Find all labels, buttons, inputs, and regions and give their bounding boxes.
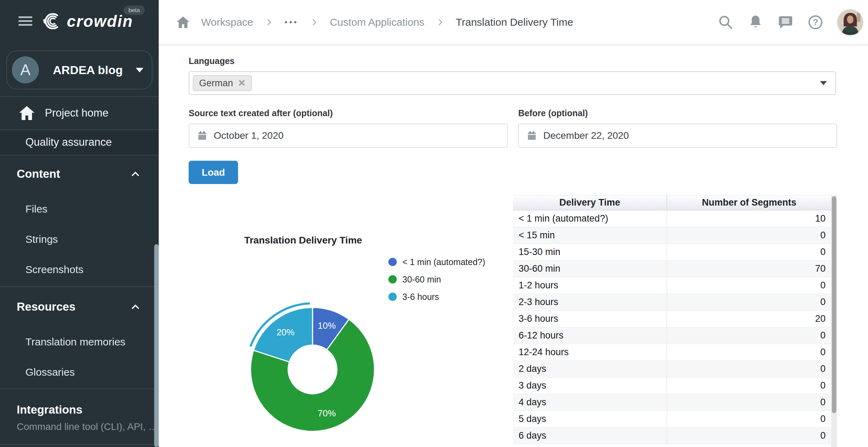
- sidebar-section-resources[interactable]: Resources: [0, 297, 159, 316]
- sidebar-section-integrations[interactable]: Integrations: [0, 400, 159, 419]
- cell-delivery-time: 2 days: [513, 361, 667, 377]
- calendar-icon: [197, 130, 207, 141]
- calendar-icon: [527, 130, 537, 141]
- table-scrollbar: [831, 195, 837, 447]
- legend-item-1-min-automated[interactable]: < 1 min (automated?): [388, 256, 486, 268]
- after-date-value: October 1, 2020: [214, 130, 284, 141]
- chevron-right-icon: [310, 18, 319, 27]
- table-scrollbar-thumb[interactable]: [832, 196, 836, 413]
- project-name: ARDEA blog: [53, 63, 136, 77]
- help-icon[interactable]: ?: [807, 14, 823, 30]
- crowdin-logo[interactable]: crowdin: [42, 12, 133, 31]
- before-date-label: Before (optional): [518, 108, 588, 118]
- chevron-right-icon: [436, 18, 445, 27]
- table-row: < 1 min (automated?)10: [513, 210, 831, 227]
- cell-number-of-segments: 0: [667, 244, 831, 260]
- table-row: 1-2 hours0: [513, 277, 831, 294]
- sidebar-item-strings[interactable]: Strings: [0, 230, 159, 248]
- cell-number-of-segments: 0: [667, 294, 831, 310]
- cell-number-of-segments: 0: [667, 344, 831, 360]
- languages-select[interactable]: German ✕: [189, 71, 836, 95]
- donut-chart: 10%70%20%: [239, 296, 386, 443]
- divider: [0, 286, 159, 287]
- sidebar: crowdin beta A ARDEA blog Project home Q…: [0, 0, 159, 447]
- divider: [0, 389, 159, 389]
- divider: [0, 155, 159, 155]
- legend-dot-icon: [388, 258, 397, 266]
- cell-delivery-time: < 15 min: [513, 227, 667, 244]
- sidebar-item-translation-memories[interactable]: Translation memories: [0, 333, 159, 351]
- sidebar-section-content[interactable]: Content: [0, 165, 159, 183]
- cell-number-of-segments: 0: [667, 277, 831, 294]
- svg-text:?: ?: [813, 17, 818, 27]
- legend-label: < 1 min (automated?): [402, 256, 485, 268]
- after-date-input[interactable]: October 1, 2020: [189, 123, 508, 148]
- cell-delivery-time: 30-60 min: [513, 261, 667, 277]
- legend-item-3-6-hours[interactable]: 3-6 hours: [388, 291, 486, 302]
- table-header: Delivery Time Number of Segments: [513, 195, 831, 210]
- beta-badge: beta: [124, 6, 145, 15]
- sidebar-item-files[interactable]: Files: [0, 200, 159, 218]
- legend-dot-icon: [388, 275, 397, 284]
- main-content: Languages German ✕ Source text created a…: [159, 45, 868, 447]
- table-row: < 15 min0: [513, 227, 831, 244]
- before-date-value: December 22, 2020: [543, 130, 629, 141]
- notifications-bell-icon[interactable]: [748, 14, 764, 30]
- breadcrumb-custom-applications[interactable]: Custom Applications: [330, 16, 425, 28]
- topbar: Workspace ••• Custom Applications Transl…: [159, 0, 868, 45]
- cell-delivery-time: 6-12 hours: [513, 327, 667, 344]
- project-selector[interactable]: A ARDEA blog: [6, 50, 152, 89]
- menu-icon[interactable]: [18, 16, 32, 28]
- sidebar-item-glossaries[interactable]: Glossaries: [0, 363, 159, 381]
- chart-title: Translation Delivery Time: [190, 235, 416, 246]
- sidebar-item-label: Project home: [45, 107, 109, 119]
- cell-delivery-time: < 1 min (automated?): [513, 210, 667, 227]
- cell-number-of-segments: 0: [667, 394, 831, 410]
- table-row: 6-12 hours0: [513, 327, 831, 344]
- cell-delivery-time: 12-24 hours: [513, 344, 667, 360]
- cell-number-of-segments: 0: [667, 327, 831, 344]
- cell-delivery-time: 15-30 min: [513, 244, 667, 260]
- legend-dot-icon: [388, 293, 397, 301]
- column-header-delivery-time[interactable]: Delivery Time: [513, 195, 667, 210]
- messages-icon[interactable]: [778, 14, 794, 30]
- table-row: 15-30 min0: [513, 244, 831, 261]
- language-tag-german: German ✕: [193, 75, 252, 91]
- load-button[interactable]: Load: [189, 161, 238, 184]
- breadcrumb-workspace[interactable]: Workspace: [201, 16, 253, 28]
- cell-number-of-segments: 70: [667, 261, 831, 277]
- remove-tag-icon[interactable]: ✕: [238, 78, 246, 89]
- user-avatar[interactable]: [837, 9, 863, 35]
- integrations-subtitle: Command line tool (CLI), API, …: [17, 421, 158, 432]
- column-header-number-of-segments[interactable]: Number of Segments: [667, 195, 831, 210]
- table-row: 30-60 min70: [513, 261, 831, 277]
- delivery-time-table: Delivery Time Number of Segments < 1 min…: [513, 195, 837, 447]
- table-row: 3-6 hours20: [513, 311, 831, 327]
- before-date-input[interactable]: December 22, 2020: [518, 123, 837, 148]
- cell-number-of-segments: 0: [667, 227, 831, 244]
- breadcrumb-ellipsis[interactable]: •••: [285, 17, 299, 27]
- cell-delivery-time: 6 days: [513, 428, 667, 444]
- cell-delivery-time: 2-3 hours: [513, 294, 667, 310]
- languages-label: Languages: [189, 56, 235, 66]
- chevron-up-icon: [129, 168, 141, 180]
- sidebar-item-project-home[interactable]: Project home: [0, 97, 159, 129]
- chevron-up-icon: [129, 301, 141, 313]
- table-row: 4 days0: [513, 394, 831, 411]
- cell-delivery-time: 4 days: [513, 394, 667, 410]
- cell-number-of-segments: 10: [667, 210, 831, 227]
- legend-item-30-60-min[interactable]: 30-60 min: [388, 274, 486, 285]
- crowdin-logo-icon: [42, 13, 64, 29]
- app-window: crowdin beta A ARDEA blog Project home Q…: [0, 0, 868, 447]
- sidebar-scrollbar[interactable]: [154, 244, 159, 447]
- chevron-down-icon: [820, 81, 827, 85]
- slice-percent-label: 10%: [318, 320, 336, 331]
- sidebar-item-quality-assurance[interactable]: Quality assurance: [0, 130, 159, 154]
- chart-legend: < 1 min (automated?)30-60 min3-6 hours: [388, 256, 486, 302]
- cell-delivery-time: 1-2 hours: [513, 277, 667, 294]
- table-row: 5 days0: [513, 411, 831, 428]
- home-icon: [18, 105, 35, 121]
- sidebar-item-screenshots[interactable]: Screenshots: [0, 261, 159, 279]
- search-icon[interactable]: [718, 14, 734, 30]
- home-icon[interactable]: [176, 16, 190, 29]
